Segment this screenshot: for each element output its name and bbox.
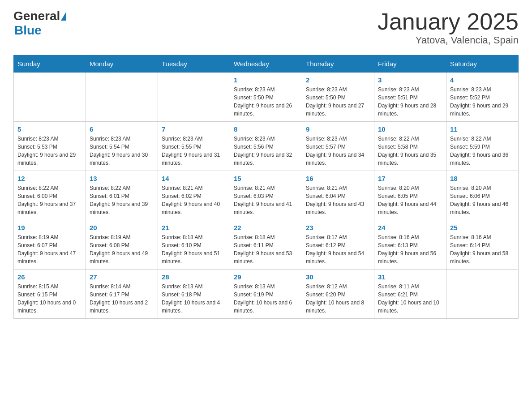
calendar-cell: 24Sunrise: 8:16 AMSunset: 6:13 PMDayligh… — [374, 220, 446, 270]
day-number: 26 — [17, 273, 82, 281]
calendar-col-sunday: Sunday — [14, 56, 86, 73]
calendar-cell: 22Sunrise: 8:18 AMSunset: 6:11 PMDayligh… — [230, 220, 302, 270]
calendar-col-saturday: Saturday — [446, 56, 519, 73]
calendar-cell: 20Sunrise: 8:19 AMSunset: 6:08 PMDayligh… — [86, 220, 158, 270]
calendar-cell: 31Sunrise: 8:11 AMSunset: 6:21 PMDayligh… — [374, 270, 446, 319]
day-info: Sunrise: 8:22 AMSunset: 5:58 PMDaylight:… — [378, 135, 442, 167]
calendar-cell — [446, 270, 519, 319]
day-number: 2 — [306, 76, 370, 84]
day-info: Sunrise: 8:14 AMSunset: 6:17 PMDaylight:… — [90, 283, 154, 315]
calendar-cell: 13Sunrise: 8:22 AMSunset: 6:01 PMDayligh… — [86, 171, 158, 220]
day-info: Sunrise: 8:23 AMSunset: 5:53 PMDaylight:… — [17, 135, 82, 167]
day-number: 21 — [162, 224, 226, 231]
calendar-cell: 9Sunrise: 8:23 AMSunset: 5:57 PMDaylight… — [302, 122, 374, 171]
day-number: 10 — [378, 125, 442, 133]
day-info: Sunrise: 8:23 AMSunset: 5:50 PMDaylight:… — [234, 86, 298, 118]
calendar-cell: 19Sunrise: 8:19 AMSunset: 6:07 PMDayligh… — [14, 220, 86, 270]
calendar-col-tuesday: Tuesday — [158, 56, 230, 73]
day-info: Sunrise: 8:15 AMSunset: 6:15 PMDaylight:… — [17, 283, 82, 315]
day-info: Sunrise: 8:23 AMSunset: 5:54 PMDaylight:… — [90, 135, 154, 167]
calendar-cell: 17Sunrise: 8:20 AMSunset: 6:05 PMDayligh… — [374, 171, 446, 220]
calendar-cell: 8Sunrise: 8:23 AMSunset: 5:56 PMDaylight… — [230, 122, 302, 171]
day-info: Sunrise: 8:18 AMSunset: 6:11 PMDaylight:… — [234, 233, 298, 265]
calendar-cell: 16Sunrise: 8:21 AMSunset: 6:04 PMDayligh… — [302, 171, 374, 220]
day-number: 30 — [306, 273, 370, 281]
calendar-cell: 15Sunrise: 8:21 AMSunset: 6:03 PMDayligh… — [230, 171, 302, 220]
day-info: Sunrise: 8:22 AMSunset: 6:00 PMDaylight:… — [17, 184, 82, 216]
calendar-subtitle: Yatova, Valencia, Spain — [378, 34, 519, 46]
calendar-header: SundayMondayTuesdayWednesdayThursdayFrid… — [14, 56, 519, 73]
calendar-week-row: 19Sunrise: 8:19 AMSunset: 6:07 PMDayligh… — [14, 220, 519, 270]
calendar-cell: 6Sunrise: 8:23 AMSunset: 5:54 PMDaylight… — [86, 122, 158, 171]
calendar-title-block: January 2025 Yatova, Valencia, Spain — [378, 9, 519, 46]
calendar-cell: 18Sunrise: 8:20 AMSunset: 6:06 PMDayligh… — [446, 171, 519, 220]
day-number: 24 — [378, 224, 442, 231]
day-info: Sunrise: 8:13 AMSunset: 6:19 PMDaylight:… — [234, 283, 298, 315]
day-info: Sunrise: 8:23 AMSunset: 5:50 PMDaylight:… — [306, 86, 370, 118]
calendar-cell: 14Sunrise: 8:21 AMSunset: 6:02 PMDayligh… — [158, 171, 230, 220]
day-info: Sunrise: 8:11 AMSunset: 6:21 PMDaylight:… — [378, 283, 442, 315]
calendar-cell — [86, 73, 158, 122]
day-number: 23 — [306, 224, 370, 231]
day-info: Sunrise: 8:22 AMSunset: 6:01 PMDaylight:… — [90, 184, 154, 216]
calendar-cell: 10Sunrise: 8:22 AMSunset: 5:58 PMDayligh… — [374, 122, 446, 171]
calendar-cell: 27Sunrise: 8:14 AMSunset: 6:17 PMDayligh… — [86, 270, 158, 319]
day-info: Sunrise: 8:20 AMSunset: 6:05 PMDaylight:… — [378, 184, 442, 216]
calendar-cell — [14, 73, 86, 122]
day-number: 3 — [378, 76, 442, 84]
calendar-week-row: 12Sunrise: 8:22 AMSunset: 6:00 PMDayligh… — [14, 171, 519, 220]
day-number: 25 — [450, 224, 515, 231]
day-number: 14 — [162, 175, 226, 182]
page-header: General Blue January 2025 Yatova, Valenc… — [13, 9, 519, 46]
calendar-col-wednesday: Wednesday — [230, 56, 302, 73]
day-number: 17 — [378, 175, 442, 182]
day-info: Sunrise: 8:21 AMSunset: 6:02 PMDaylight:… — [162, 184, 226, 216]
calendar-cell: 7Sunrise: 8:23 AMSunset: 5:55 PMDaylight… — [158, 122, 230, 171]
calendar-cell: 1Sunrise: 8:23 AMSunset: 5:50 PMDaylight… — [230, 73, 302, 122]
day-info: Sunrise: 8:16 AMSunset: 6:14 PMDaylight:… — [450, 233, 515, 265]
day-number: 4 — [450, 76, 515, 84]
day-info: Sunrise: 8:19 AMSunset: 6:07 PMDaylight:… — [17, 233, 82, 265]
logo-triangle-icon — [61, 12, 66, 21]
day-info: Sunrise: 8:19 AMSunset: 6:08 PMDaylight:… — [90, 233, 154, 265]
day-number: 15 — [234, 175, 298, 182]
calendar-cell: 12Sunrise: 8:22 AMSunset: 6:00 PMDayligh… — [14, 171, 86, 220]
day-number: 1 — [234, 76, 298, 84]
calendar-week-row: 5Sunrise: 8:23 AMSunset: 5:53 PMDaylight… — [14, 122, 519, 171]
calendar-body: 1Sunrise: 8:23 AMSunset: 5:50 PMDaylight… — [14, 73, 519, 319]
day-info: Sunrise: 8:18 AMSunset: 6:10 PMDaylight:… — [162, 233, 226, 265]
calendar-col-friday: Friday — [374, 56, 446, 73]
day-number: 9 — [306, 125, 370, 133]
day-number: 12 — [17, 175, 82, 182]
day-number: 20 — [90, 224, 154, 231]
calendar-cell: 2Sunrise: 8:23 AMSunset: 5:50 PMDaylight… — [302, 73, 374, 122]
day-info: Sunrise: 8:23 AMSunset: 5:56 PMDaylight:… — [234, 135, 298, 167]
calendar-cell: 23Sunrise: 8:17 AMSunset: 6:12 PMDayligh… — [302, 220, 374, 270]
logo-blue-text: Blue — [14, 23, 42, 38]
day-info: Sunrise: 8:23 AMSunset: 5:52 PMDaylight:… — [450, 86, 515, 118]
calendar-cell: 5Sunrise: 8:23 AMSunset: 5:53 PMDaylight… — [14, 122, 86, 171]
day-info: Sunrise: 8:21 AMSunset: 6:03 PMDaylight:… — [234, 184, 298, 216]
day-info: Sunrise: 8:21 AMSunset: 6:04 PMDaylight:… — [306, 184, 370, 216]
calendar-cell — [158, 73, 230, 122]
day-number: 6 — [90, 125, 154, 133]
day-number: 8 — [234, 125, 298, 133]
calendar-cell: 21Sunrise: 8:18 AMSunset: 6:10 PMDayligh… — [158, 220, 230, 270]
day-number: 13 — [90, 175, 154, 182]
calendar-cell: 11Sunrise: 8:22 AMSunset: 5:59 PMDayligh… — [446, 122, 519, 171]
calendar-week-row: 1Sunrise: 8:23 AMSunset: 5:50 PMDaylight… — [14, 73, 519, 122]
day-info: Sunrise: 8:13 AMSunset: 6:18 PMDaylight:… — [162, 283, 226, 315]
day-info: Sunrise: 8:23 AMSunset: 5:55 PMDaylight:… — [162, 135, 226, 167]
day-info: Sunrise: 8:17 AMSunset: 6:12 PMDaylight:… — [306, 233, 370, 265]
calendar-cell: 30Sunrise: 8:12 AMSunset: 6:20 PMDayligh… — [302, 270, 374, 319]
day-number: 31 — [378, 273, 442, 281]
day-number: 16 — [306, 175, 370, 182]
day-info: Sunrise: 8:23 AMSunset: 5:57 PMDaylight:… — [306, 135, 370, 167]
calendar-cell: 28Sunrise: 8:13 AMSunset: 6:18 PMDayligh… — [158, 270, 230, 319]
day-number: 19 — [17, 224, 82, 231]
day-number: 7 — [162, 125, 226, 133]
day-number: 28 — [162, 273, 226, 281]
calendar-cell: 4Sunrise: 8:23 AMSunset: 5:52 PMDaylight… — [446, 73, 519, 122]
day-number: 29 — [234, 273, 298, 281]
calendar-cell: 3Sunrise: 8:23 AMSunset: 5:51 PMDaylight… — [374, 73, 446, 122]
